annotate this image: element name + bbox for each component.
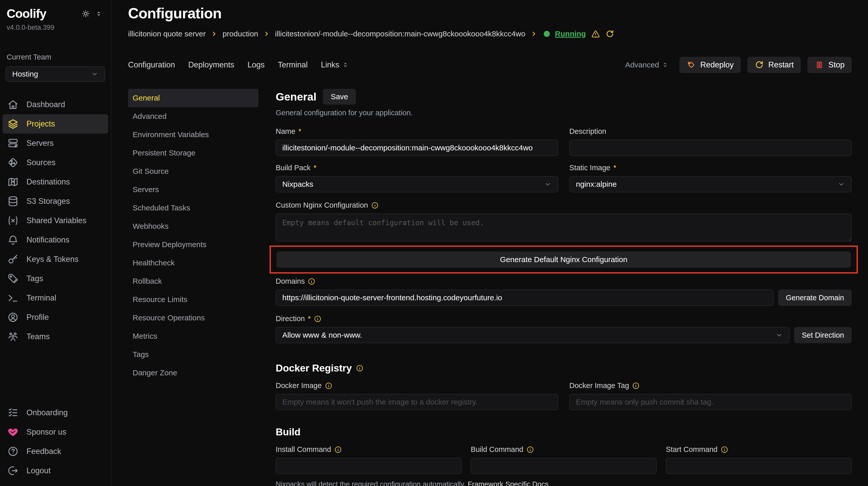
- sidebar-item-destinations[interactable]: Destinations: [3, 172, 108, 192]
- tab-links[interactable]: Links: [321, 60, 349, 69]
- sidebar-item-profile[interactable]: Profile: [3, 307, 108, 327]
- team-select[interactable]: Hosting: [6, 66, 105, 82]
- tab-deployments[interactable]: Deployments: [188, 60, 234, 69]
- framework-docs-link[interactable]: Framework Specific Docs: [468, 480, 548, 486]
- submenu-resource-operations[interactable]: Resource Operations: [128, 309, 258, 327]
- submenu-danger-zone[interactable]: Danger Zone: [128, 364, 258, 382]
- chevron-right-icon: [211, 31, 217, 37]
- sidebar-item-tags[interactable]: Tags: [3, 269, 108, 288]
- tab-configuration[interactable]: Configuration: [128, 60, 175, 69]
- home-icon: [7, 99, 19, 110]
- submenu-metrics[interactable]: Metrics: [128, 327, 258, 345]
- tab-terminal[interactable]: Terminal: [278, 60, 308, 69]
- docker-image-tag-input[interactable]: [569, 394, 852, 410]
- breadcrumb-application[interactable]: illicitestonion/-module--decomposition:m…: [275, 30, 525, 38]
- docker-registry-heading: Docker Registry: [276, 363, 352, 374]
- start-command-label: Start Command: [666, 445, 718, 454]
- submenu-tags[interactable]: Tags: [128, 345, 258, 364]
- info-icon[interactable]: [334, 446, 342, 453]
- annotation-highlight-box: Generate Default Nginx Configuration: [270, 246, 858, 273]
- restart-button[interactable]: Restart: [747, 57, 801, 73]
- theme-toggle-sun-icon[interactable]: [82, 10, 90, 18]
- advanced-dropdown[interactable]: Advanced: [625, 61, 669, 69]
- sidebar-item-terminal[interactable]: Terminal: [3, 288, 108, 307]
- section-subtitle: General configuration for your applicati…: [276, 109, 852, 117]
- sidebar-item-onboarding[interactable]: Onboarding: [3, 403, 108, 422]
- user-circle-icon: [7, 312, 19, 323]
- set-direction-button[interactable]: Set Direction: [794, 327, 852, 343]
- direction-select[interactable]: Allow www & non-www.: [276, 327, 789, 343]
- build-pack-label: Build Pack: [276, 164, 311, 172]
- database-icon: [7, 195, 19, 207]
- refresh-icon[interactable]: [605, 29, 615, 38]
- build-pack-select[interactable]: Nixpacks: [276, 176, 558, 192]
- key-icon: [7, 253, 19, 265]
- tab-logs[interactable]: Logs: [247, 60, 265, 69]
- breadcrumb: illicitonion quote server production ill…: [128, 29, 852, 38]
- submenu-rollback[interactable]: Rollback: [128, 272, 258, 290]
- sidebar-collapse-icon[interactable]: [95, 10, 102, 17]
- status-badge[interactable]: Running: [555, 30, 586, 38]
- start-command-input[interactable]: [666, 458, 852, 474]
- submenu-persistent-storage[interactable]: Persistent Storage: [128, 144, 258, 162]
- sidebar-item-keys-tokens[interactable]: Keys & Tokens: [3, 250, 108, 269]
- restart-icon: [754, 60, 764, 70]
- build-command-input[interactable]: [471, 458, 656, 474]
- submenu-scheduled-tasks[interactable]: Scheduled Tasks: [128, 199, 258, 217]
- paren-x-icon: [7, 215, 19, 226]
- description-input[interactable]: [569, 140, 852, 156]
- submenu-git-source[interactable]: Git Source: [128, 162, 258, 181]
- coolify-app: Coolify v4.0.0-beta.399 Current Team Hos…: [0, 0, 868, 486]
- warning-triangle-icon[interactable]: [591, 29, 600, 38]
- nginx-config-textarea[interactable]: [276, 214, 852, 241]
- info-icon[interactable]: [325, 382, 333, 390]
- sidebar-item-feedback[interactable]: Feedback: [3, 442, 108, 461]
- sidebar-item-logout[interactable]: Logout: [3, 461, 108, 480]
- submenu-general[interactable]: General: [128, 89, 258, 107]
- sidebar: Coolify v4.0.0-beta.399 Current Team Hos…: [0, 0, 111, 486]
- chevron-up-down-icon: [661, 61, 669, 68]
- sidebar-item-projects[interactable]: Projects: [3, 114, 108, 134]
- generate-domain-button[interactable]: Generate Domain: [778, 290, 852, 306]
- domains-input[interactable]: [276, 290, 774, 306]
- install-command-input[interactable]: [276, 458, 462, 474]
- breadcrumb-project[interactable]: illicitonion quote server: [128, 30, 206, 38]
- info-icon[interactable]: [314, 315, 321, 323]
- submenu-servers[interactable]: Servers: [128, 181, 258, 199]
- name-input[interactable]: [276, 140, 558, 156]
- info-icon[interactable]: [526, 446, 534, 453]
- sidebar-item-teams[interactable]: Teams: [3, 327, 108, 346]
- info-icon[interactable]: [371, 201, 379, 209]
- brand-logo: Coolify: [7, 7, 46, 21]
- docker-image-input[interactable]: [276, 394, 558, 410]
- sidebar-item-notifications[interactable]: Notifications: [3, 230, 108, 250]
- info-icon[interactable]: [356, 364, 364, 372]
- sidebar-item-shared-variables[interactable]: Shared Variables: [3, 211, 108, 230]
- sidebar-item-servers[interactable]: Servers: [3, 134, 108, 153]
- submenu-resource-limits[interactable]: Resource Limits: [128, 290, 258, 309]
- breadcrumb-environment[interactable]: production: [222, 30, 258, 38]
- stop-button[interactable]: Stop: [807, 57, 852, 73]
- save-button[interactable]: Save: [323, 89, 355, 105]
- generate-nginx-config-button[interactable]: Generate Default Nginx Configuration: [276, 251, 851, 268]
- sidebar-item-sources[interactable]: Sources: [3, 153, 108, 172]
- submenu-preview-deployments[interactable]: Preview Deployments: [128, 235, 258, 254]
- info-icon[interactable]: [632, 382, 640, 390]
- chevron-right-icon: [263, 31, 270, 37]
- redeploy-button[interactable]: Redeploy: [679, 57, 741, 73]
- info-icon[interactable]: [721, 446, 728, 453]
- submenu-webhooks[interactable]: Webhooks: [128, 217, 258, 235]
- sidebar-item-sponsor-us[interactable]: Sponsor us: [3, 422, 108, 442]
- name-label: Name: [276, 127, 295, 136]
- submenu-healthcheck[interactable]: Healthcheck: [128, 254, 258, 272]
- submenu-environment-variables[interactable]: Environment Variables: [128, 125, 258, 144]
- static-image-select[interactable]: nginx:alpine: [569, 176, 852, 192]
- sidebar-item-s3-storages[interactable]: S3 Storages: [3, 192, 108, 211]
- info-icon[interactable]: [308, 278, 315, 285]
- page-title: Configuration: [128, 5, 852, 22]
- description-label: Description: [569, 127, 606, 136]
- sidebar-item-dashboard[interactable]: Dashboard: [3, 95, 108, 114]
- direction-label: Direction: [276, 315, 305, 323]
- submenu-advanced[interactable]: Advanced: [128, 107, 258, 125]
- chevron-down-icon: [544, 181, 552, 188]
